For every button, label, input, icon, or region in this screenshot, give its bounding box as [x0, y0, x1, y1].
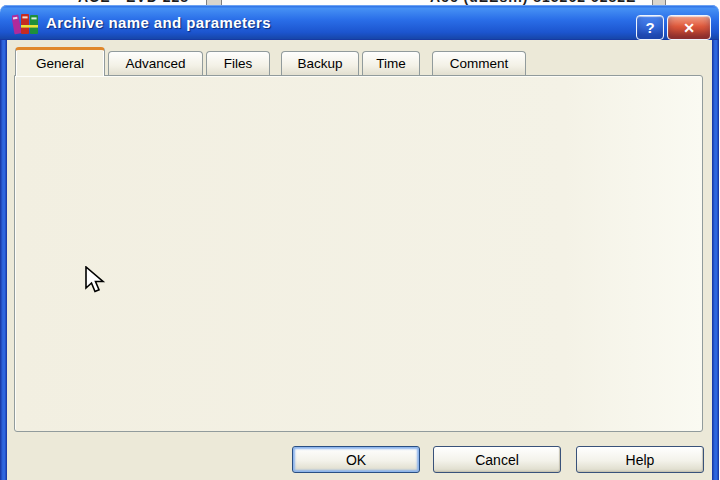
- tab-general[interactable]: General: [15, 47, 105, 76]
- ok-button-label: OK: [346, 452, 366, 468]
- mouse-cursor-icon: [84, 266, 110, 296]
- tab-backup[interactable]: Backup: [281, 51, 359, 75]
- dialog-border-right: [712, 30, 719, 480]
- help-button-label: Help: [626, 452, 655, 468]
- tab-time[interactable]: Time: [362, 51, 420, 75]
- tab-label: Advanced: [125, 56, 185, 71]
- dialog-titlebar[interactable]: Archive name and parameters ? ✕: [0, 5, 719, 40]
- ok-button[interactable]: OK: [292, 446, 420, 473]
- tab-files[interactable]: Files: [206, 51, 270, 75]
- tab-label: Time: [376, 56, 406, 71]
- tab-label: Comment: [450, 56, 509, 71]
- dialog-title: Archive name and parameters: [46, 14, 271, 31]
- titlebar-help-button[interactable]: ?: [636, 15, 664, 40]
- close-icon: ✕: [683, 20, 695, 36]
- titlebar-close-button[interactable]: ✕: [667, 15, 711, 40]
- winrar-books-icon: [12, 11, 40, 35]
- help-icon: ?: [645, 19, 654, 36]
- tab-advanced[interactable]: Advanced: [108, 51, 203, 75]
- help-button[interactable]: Help: [576, 446, 704, 473]
- cancel-button-label: Cancel: [475, 452, 519, 468]
- tab-page-general: [14, 75, 703, 432]
- tab-label: General: [36, 56, 84, 71]
- dialog-border-left: [0, 30, 7, 480]
- tab-label: Files: [224, 56, 253, 71]
- screen: ACE - EVD 228 Acc (dEEsin) 815262 6282E …: [0, 0, 720, 480]
- tab-comment[interactable]: Comment: [432, 51, 526, 75]
- cancel-button[interactable]: Cancel: [433, 446, 561, 473]
- tab-label: Backup: [297, 56, 342, 71]
